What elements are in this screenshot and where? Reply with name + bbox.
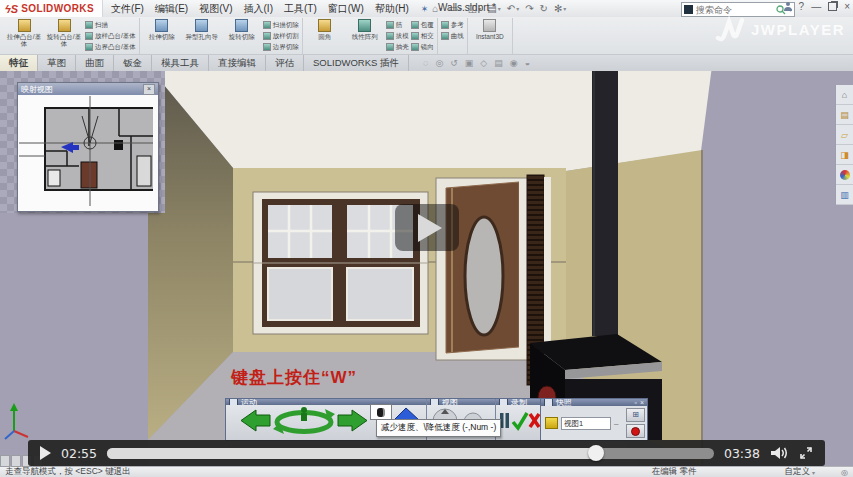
commandmanager-tabs: 特征 草图 曲面 钣金 模具工具 直接编辑 评估 SOLIDWORKS 插件 ◌… [0, 55, 853, 72]
pause-button[interactable] [506, 413, 510, 428]
search-input[interactable] [696, 5, 773, 15]
record-video-button[interactable] [626, 424, 645, 438]
heads-up-icon-4[interactable]: ◇ [480, 58, 487, 68]
boundary-cut-button[interactable]: 边界切除 [263, 42, 299, 52]
jwplayer-mark-icon [715, 14, 749, 44]
mapped-view-titlebar[interactable]: 映射视图 × [18, 83, 158, 95]
menu-view[interactable]: 视图(V) [199, 2, 232, 16]
intersect-button-label: 相交 [421, 32, 434, 41]
menu-window[interactable]: 窗口(W) [328, 2, 364, 16]
fullscreen-button[interactable] [799, 446, 813, 460]
minimize-button[interactable]: — [811, 1, 821, 12]
mapped-view-panel[interactable]: 映射视图 × [17, 82, 159, 212]
customize-dropdown[interactable]: 自定义▾ [785, 466, 816, 477]
tab-solidworks-addins[interactable]: SOLIDWORKS 插件 [304, 55, 409, 71]
swept-boss-button[interactable]: 扫描 [85, 20, 136, 30]
rebuild-icon[interactable]: ↻ [540, 3, 548, 14]
heads-up-icon-2[interactable]: ↺ [450, 58, 458, 68]
grid-view-button[interactable]: ⊞ [626, 408, 645, 422]
redo-icon[interactable]: ↷ [525, 3, 533, 14]
tab-evaluate[interactable]: 评估 [266, 55, 304, 71]
tab-direct-editing[interactable]: 直接编辑 [209, 55, 266, 71]
wrap-button[interactable]: 包覆 [411, 20, 434, 30]
revolved-cut-button[interactable]: 旋转切除 [223, 19, 261, 40]
status-gear-icon[interactable]: ◎ [841, 468, 848, 477]
main-menu: 文件(F) 编辑(E) 视图(V) 插入(I) 工具(T) 窗口(W) 帮助(H… [103, 2, 417, 16]
heads-up-icon-7[interactable]: ◒ [525, 58, 530, 68]
instant3d-button[interactable]: Instant3D [471, 19, 509, 40]
lofted-boss-button[interactable]: 放样凸台/基体 [85, 31, 136, 41]
lofted-cut-button[interactable]: 放样切割 [263, 31, 299, 41]
fillet-button[interactable]: 圆角 [306, 19, 344, 40]
accept-button[interactable] [513, 413, 527, 428]
boundary-boss-button[interactable]: 边界凸台/基体 [85, 42, 136, 52]
heads-up-icon-1[interactable]: ◎ [435, 58, 443, 68]
custom-properties-icon[interactable]: ▥ [836, 185, 853, 205]
cancel-button[interactable] [530, 414, 539, 427]
close-icon[interactable]: × [143, 84, 155, 95]
move-left-button[interactable] [241, 410, 270, 431]
heads-up-view-toolbar: ◌◎↺▣◇▤◉◒ [423, 55, 530, 71]
shell-button[interactable]: 抽壳 [386, 42, 409, 52]
tab-sheet-metal[interactable]: 钣金 [114, 55, 152, 71]
extruded-boss-button[interactable]: 拉伸凸台/基体 [5, 19, 43, 47]
shell-button-icon [386, 43, 394, 51]
intersect-button[interactable]: 相交 [411, 31, 434, 41]
pin-menu-icon[interactable]: ✶ [421, 4, 429, 14]
intersect-button-icon [411, 32, 419, 40]
tab-surfaces[interactable]: 曲面 [76, 55, 114, 71]
options-icon[interactable]: ✻▾ [554, 3, 566, 14]
wrap-button-icon [411, 21, 419, 29]
swept-cut-button[interactable]: 扫描切除 [263, 20, 299, 30]
caret-down-icon: ▾ [498, 5, 501, 12]
editing-status: 在编辑 零件 [652, 466, 697, 477]
curves-button[interactable]: 曲线 [441, 31, 464, 41]
rib-button[interactable]: 筋 [386, 20, 409, 30]
heads-up-icon-0[interactable]: ◌ [423, 58, 428, 68]
move-right-button[interactable] [338, 410, 367, 431]
menu-file[interactable]: 文件(F) [111, 2, 144, 16]
ribbon-col-2-0: 筋拔模抽壳 [386, 19, 409, 52]
menu-insert[interactable]: 插入(I) [244, 2, 273, 16]
help-button[interactable]: ? [799, 1, 805, 12]
player-control-bar[interactable]: 02:55 03:38 [28, 440, 825, 466]
hole-wizard-button-icon [195, 19, 208, 32]
progress-knob[interactable] [588, 445, 604, 461]
revolved-boss-button[interactable]: 旋转凸台/基体 [45, 19, 83, 47]
restore-button[interactable] [828, 2, 837, 11]
resources-icon[interactable]: ⌂ [836, 85, 853, 105]
user-account-icon[interactable] [784, 2, 792, 11]
volume-button[interactable] [770, 446, 789, 460]
status-message: 走查导航模式，按 <ESC> 键退出 [0, 466, 131, 477]
design-library-icon[interactable]: ▤ [836, 105, 853, 125]
tab-features[interactable]: 特征 [0, 55, 38, 71]
heads-up-icon-3[interactable]: ▣ [465, 58, 474, 68]
panel-close-icon[interactable]: × [640, 399, 644, 406]
extruded-cut-button[interactable]: 拉伸切除 [143, 19, 181, 40]
undo-icon: ↶ [507, 3, 515, 14]
tab-sketch[interactable]: 草图 [38, 55, 76, 71]
menu-edit[interactable]: 编辑(E) [155, 2, 188, 16]
dassault-mark-icon: ϟS [5, 3, 18, 15]
play-button[interactable] [40, 446, 51, 460]
big-play-button[interactable] [395, 204, 459, 251]
close-button[interactable]: × [844, 1, 850, 12]
reference-geometry-button[interactable]: 参考 [441, 20, 464, 30]
file-explorer-icon[interactable]: ▱ [836, 125, 853, 145]
heads-up-icon-6[interactable]: ◉ [510, 58, 518, 68]
undo-icon[interactable]: ↶▾ [507, 3, 519, 14]
tab-mold-tools[interactable]: 模具工具 [152, 55, 209, 71]
menu-tools[interactable]: 工具(T) [284, 2, 317, 16]
draft-button[interactable]: 拔模 [386, 31, 409, 41]
mirror-button[interactable]: 镜向 [411, 42, 434, 52]
view-palette-icon[interactable]: ◨ [836, 145, 853, 165]
menu-help[interactable]: 帮助(H) [375, 2, 409, 16]
hole-wizard-button[interactable]: 异型孔向导 [183, 19, 221, 40]
linear-pattern-button[interactable]: 线性阵列 [346, 19, 384, 40]
snapshot-header[interactable]: 快照 ▫ × [541, 399, 647, 406]
appearances-icon[interactable] [836, 165, 853, 185]
heads-up-icon-5[interactable]: ▤ [494, 58, 503, 68]
panel-minimize-icon[interactable]: ▫ [634, 399, 636, 406]
progress-bar[interactable] [107, 448, 714, 459]
snapshot-name-field[interactable]: 视图1 [561, 417, 611, 430]
